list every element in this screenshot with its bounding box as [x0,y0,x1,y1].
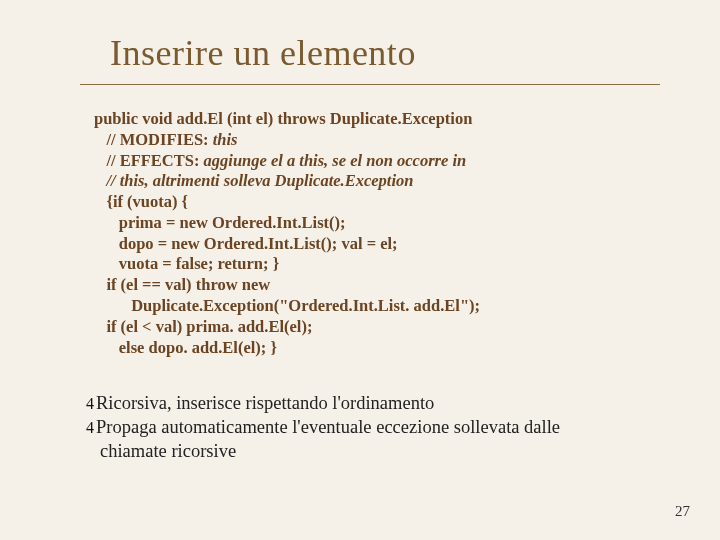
bullet-2-text: Propaga automaticamente l'eventuale ecce… [96,416,618,440]
code-line-1: public void add.El (int el) throws Dupli… [94,109,472,128]
slide-title: Inserire un elemento [110,32,668,74]
bullet-list: 4 Ricorsiva, inserisce rispettando l'ord… [86,392,618,463]
code-effects-cont: // this, altrimenti solleva Duplicate.Ex… [94,171,413,190]
code-line-7: dopo = new Ordered.Int.List(); val = el; [94,234,398,253]
code-line-5: {if (vuota) { [94,192,188,211]
bullet-1-text: Ricorsiva, inserisce rispettando l'ordin… [96,392,618,416]
code-line-10a: Duplicate.Exception( [94,296,279,315]
slide: Inserire un elemento public void add.El … [0,0,720,540]
bullet-marker: 4 [86,392,94,414]
code-line-11: if (el < val) prima. add.El(el); [94,317,312,336]
bullet-1: 4 Ricorsiva, inserisce rispettando l'ord… [86,392,618,416]
code-block: public void add.El (int el) throws Dupli… [94,109,608,358]
code-modifies-val: this [213,130,238,149]
code-effects-val: aggiunge el a this, se el non occorre in [204,151,467,170]
bullet-2: 4 Propaga automaticamente l'eventuale ec… [86,416,618,440]
code-line-6: prima = new Ordered.Int.List(); [94,213,346,232]
code-line-10b: "Ordered.Int.List. add.El"); [279,296,480,315]
code-line-8: vuota = false; return; } [94,254,279,273]
bullet-marker: 4 [86,416,94,438]
code-line-9: if (el == val) throw new [94,275,270,294]
page-number: 27 [675,503,690,520]
title-rule [80,84,660,85]
code-line-12: else dopo. add.El(el); } [94,338,277,357]
code-effects-label: // EFFECTS: [94,151,204,170]
bullet-2-cont: chiamate ricorsive [100,440,618,464]
code-modifies-label: // MODIFIES: [94,130,213,149]
